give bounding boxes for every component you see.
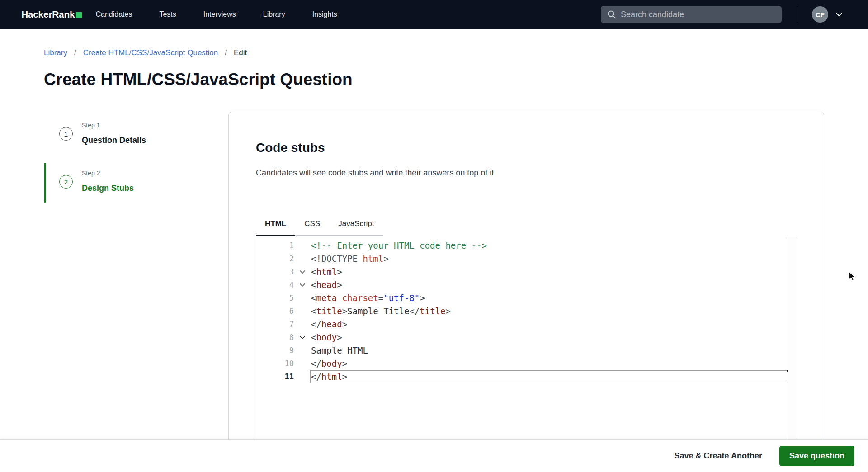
editor-tabs: HTML CSS JavaScript — [256, 215, 383, 236]
code-text: <head> — [311, 278, 342, 292]
code-line: 8<body> — [255, 331, 796, 344]
fold-spacer — [294, 252, 311, 265]
code-text: </html> — [311, 370, 347, 383]
line-number: 1 — [255, 239, 294, 252]
mouse-cursor — [848, 271, 858, 282]
line-number: 5 — [255, 292, 294, 305]
code-line: 5<meta charset="utf-8"> — [255, 292, 796, 305]
nav-item-tests[interactable]: Tests — [159, 10, 176, 19]
search-placeholder: Search candidate — [621, 10, 684, 19]
nav-divider — [797, 6, 797, 23]
code-line: 7</head> — [255, 318, 796, 331]
line-number: 3 — [255, 265, 294, 278]
step-1-title: Question Details — [82, 136, 146, 145]
code-text: <!DOCTYPE html> — [311, 252, 389, 265]
code-line: 9Sample HTML — [255, 344, 796, 357]
code-text: Sample HTML — [311, 344, 368, 357]
line-number: 7 — [255, 318, 294, 331]
tab-javascript[interactable]: JavaScript — [329, 215, 383, 235]
line-number: 4 — [255, 278, 294, 292]
fold-spacer — [294, 357, 311, 370]
fold-spacer — [294, 292, 311, 305]
brand-logo[interactable]: HackerRank — [21, 9, 82, 20]
code-line: 11</html> — [255, 370, 796, 383]
brand-green-block-icon — [76, 12, 82, 18]
search-candidate-input[interactable]: Search candidate — [601, 6, 782, 23]
code-text: <body> — [311, 331, 342, 344]
step-2-label: Step 2 — [82, 170, 100, 177]
code-line: 10</body> — [255, 357, 796, 370]
brand-text: HackerRank — [21, 9, 75, 20]
breadcrumb-current: Edit — [234, 48, 247, 57]
screen: HackerRank Candidates Tests Interviews L… — [0, 0, 868, 472]
nav-item-insights[interactable]: Insights — [312, 10, 337, 19]
panel-description: Candidates will see code stubs and write… — [256, 168, 496, 178]
line-number: 9 — [255, 344, 294, 357]
footer-bar: Save & Create Another Save question — [0, 439, 868, 472]
breadcrumb-library-link[interactable]: Library — [44, 48, 67, 57]
code-text: </body> — [311, 357, 347, 370]
fold-spacer — [294, 318, 311, 331]
breadcrumb-separator: / — [74, 48, 76, 57]
step-1-number-circle: 1 — [59, 127, 73, 141]
fold-spacer — [294, 344, 311, 357]
avatar[interactable]: CF — [812, 6, 828, 23]
code-text: </head> — [311, 318, 347, 331]
page-title: Create HTML/CSS/JavaScript Question — [44, 70, 353, 89]
active-step-indicator-bar — [44, 163, 46, 203]
fold-chevron-icon[interactable] — [294, 265, 311, 278]
breadcrumb-question-link[interactable]: Create HTML/CSS/JavaScript Question — [83, 48, 218, 57]
code-text: <!-- Enter your HTML code here --> — [311, 239, 487, 252]
code-line: 2<!DOCTYPE html> — [255, 252, 796, 265]
fold-spacer — [294, 239, 311, 252]
search-icon — [607, 10, 616, 19]
breadcrumb: Library / Create HTML/CSS/JavaScript Que… — [44, 48, 247, 57]
line-number: 6 — [255, 305, 294, 318]
step-1-label: Step 1 — [82, 122, 100, 129]
editor-scrollbar[interactable] — [788, 237, 796, 457]
nav-item-interviews[interactable]: Interviews — [203, 10, 236, 19]
nav-right: Search candidate CF — [601, 6, 843, 23]
line-number: 10 — [255, 357, 294, 370]
fold-chevron-icon[interactable] — [294, 278, 311, 292]
line-number: 11 — [255, 370, 294, 383]
step-2-number-circle: 2 — [59, 175, 73, 189]
code-line: 6<title>Sample Title</title> — [255, 305, 796, 318]
save-create-another-button[interactable]: Save & Create Another — [675, 451, 762, 461]
chevron-down-icon[interactable] — [835, 12, 843, 17]
line-number: 2 — [255, 252, 294, 265]
code-lines: 1<!-- Enter your HTML code here -->2<!DO… — [255, 237, 796, 383]
primary-nav: Candidates Tests Interviews Library Insi… — [95, 10, 337, 19]
save-question-button[interactable]: Save question — [779, 446, 854, 466]
tab-css[interactable]: CSS — [295, 215, 329, 235]
code-text: <html> — [311, 265, 342, 278]
top-nav: HackerRank Candidates Tests Interviews L… — [0, 0, 868, 29]
tab-html[interactable]: HTML — [256, 215, 295, 235]
code-text: <meta charset="utf-8"> — [311, 292, 425, 305]
nav-item-library[interactable]: Library — [263, 10, 285, 19]
fold-chevron-icon[interactable] — [294, 331, 311, 344]
code-line: 4<head> — [255, 278, 796, 292]
panel-heading: Code stubs — [256, 141, 325, 155]
fold-spacer — [294, 370, 311, 383]
nav-item-candidates[interactable]: Candidates — [95, 10, 132, 19]
fold-spacer — [294, 305, 311, 318]
code-line: 1<!-- Enter your HTML code here --> — [255, 239, 796, 252]
breadcrumb-separator: / — [225, 48, 227, 57]
line-number: 8 — [255, 331, 294, 344]
step-2-title: Design Stubs — [82, 184, 134, 193]
code-line: 3<html> — [255, 265, 796, 278]
code-editor[interactable]: 1<!-- Enter your HTML code here -->2<!DO… — [255, 237, 796, 457]
code-text: <title>Sample Title</title> — [311, 305, 451, 318]
code-stubs-panel: Code stubs Candidates will see code stub… — [228, 112, 824, 457]
